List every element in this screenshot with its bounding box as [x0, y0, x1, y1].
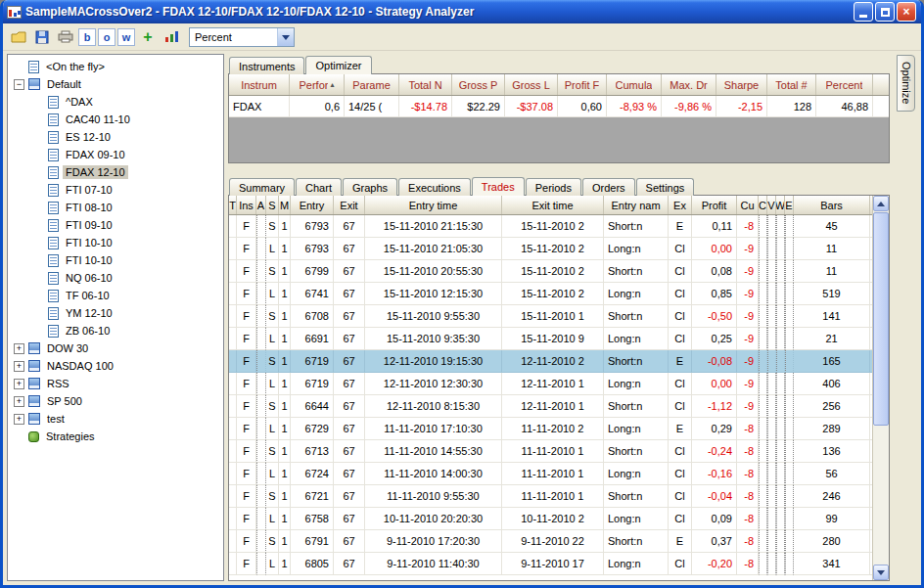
sidebar-item-nq-06-10[interactable]: NQ 06-10	[8, 269, 223, 287]
optimizer-column-instrum[interactable]: Instrum	[229, 74, 290, 95]
new-button[interactable]	[7, 26, 30, 48]
trades-row[interactable]: FL16805679-11-2010 11:40:309-11-2010 17L…	[229, 553, 872, 575]
sidebar-item-fdax-12-10[interactable]: FDAX 12-10	[8, 163, 223, 181]
optimizer-column-cumula[interactable]: Cumula	[607, 74, 662, 95]
print-button[interactable]	[54, 26, 77, 48]
trades-column-entry-nam[interactable]: Entry nam	[604, 196, 669, 214]
sidebar-item-fti-07-10[interactable]: FTI 07-10	[8, 181, 223, 199]
sidebar-item-fti-08-10[interactable]: FTI 08-10	[8, 199, 223, 216]
sidebar-item-fti-10-10[interactable]: FTI 10-10	[8, 234, 223, 251]
trades-column-ins[interactable]: Ins	[237, 196, 256, 214]
sidebar-item-nasdaq-100[interactable]: +NASDAQ 100	[8, 357, 223, 375]
trades-row[interactable]: FS167136711-11-2010 14:55:3011-11-2010 1…	[229, 440, 872, 463]
optimizer-column-profit-f[interactable]: Profit F	[558, 74, 607, 95]
trades-row[interactable]: FS167216711-11-2010 9:55:3011-11-2010 1S…	[229, 485, 872, 508]
trades-row[interactable]: FL167196712-11-2010 12:30:3012-11-2010 1…	[229, 373, 872, 395]
trades-row[interactable]: FL167936715-11-2010 21:05:3015-11-2010 2…	[229, 238, 872, 260]
tab-summary[interactable]: Summary	[229, 178, 295, 196]
chart-button[interactable]	[160, 26, 183, 48]
trades-column-a[interactable]: A	[256, 196, 266, 214]
trades-row[interactable]: FL167296711-11-2010 17:10:3011-11-2010 2…	[229, 418, 872, 440]
trades-row[interactable]: FS167996715-11-2010 20:55:3015-11-2010 2…	[229, 260, 872, 283]
expand-icon[interactable]: +	[14, 379, 24, 389]
optimizer-column-sharpe[interactable]: Sharpe	[716, 74, 767, 95]
window-o-button[interactable]: o	[98, 28, 116, 46]
optimizer-column-parame[interactable]: Parame	[345, 74, 399, 95]
tab-periods[interactable]: Periods	[526, 178, 581, 196]
optimizer-column-perfor[interactable]: Perfor▴	[290, 74, 345, 95]
trades-column-bars[interactable]: Bars	[794, 196, 870, 214]
trades-column-c[interactable]: C	[759, 196, 767, 214]
sidebar-item-es-12-10[interactable]: ES 12-10	[8, 128, 223, 146]
sidebar-item-on-the-fly[interactable]: <On the fly>	[8, 58, 223, 75]
scroll-down-button[interactable]	[873, 565, 889, 580]
trades-row[interactable]: FS166446712-11-2010 8:15:3012-11-2010 1S…	[229, 395, 872, 418]
trades-row[interactable]: FS167936715-11-2010 21:15:3015-11-2010 2…	[229, 215, 872, 238]
minimize-button[interactable]	[854, 2, 873, 22]
tab-orders[interactable]: Orders	[582, 178, 635, 196]
sidebar-item-fdax-09-10[interactable]: FDAX 09-10	[8, 146, 223, 163]
sidebar-item-sp-500[interactable]: +SP 500	[8, 392, 223, 410]
optimizer-column-total-n[interactable]: Total N	[399, 74, 452, 95]
sidebar-item-dow-30[interactable]: +DOW 30	[8, 339, 223, 357]
optimizer-result-row[interactable]: FDAX0,614/25 (-$14.78$22.29-$37.080,60-8…	[229, 96, 889, 117]
trades-column-e[interactable]: E	[785, 196, 794, 214]
tab-trades[interactable]: Trades	[472, 177, 525, 196]
expand-icon[interactable]: +	[14, 414, 24, 425]
trades-column-v[interactable]: V	[767, 196, 776, 214]
trades-row[interactable]: FS16791679-11-2010 17:20:309-11-2010 22S…	[229, 530, 872, 553]
sidebar-item-strategies[interactable]: Strategies	[8, 428, 223, 445]
trades-row[interactable]: FL167586710-11-2010 20:20:3010-11-2010 2…	[229, 508, 872, 530]
add-button[interactable]: +	[136, 26, 160, 48]
optimizer-column-max-dr[interactable]: Max. Dr	[662, 74, 716, 95]
optimizer-column-total[interactable]: Total #	[767, 74, 816, 95]
maximize-button[interactable]	[875, 2, 895, 22]
trades-scrollbar[interactable]	[872, 196, 889, 580]
display-selector[interactable]: Percent	[189, 27, 295, 47]
scroll-up-button[interactable]	[873, 196, 889, 211]
expand-icon[interactable]: +	[14, 396, 24, 407]
tab-executions[interactable]: Executions	[398, 178, 471, 196]
trades-row[interactable]: FL167246711-11-2010 14:00:3011-11-2010 1…	[229, 463, 872, 485]
scrollbar-thumb[interactable]	[873, 212, 889, 426]
trades-row[interactable]: FS167086715-11-2010 9:55:3015-11-2010 1S…	[229, 305, 872, 328]
trades-column-profit[interactable]: Profit	[692, 196, 737, 214]
trades-column-ex[interactable]: Ex	[669, 196, 692, 214]
sidebar-item-tf-06-10[interactable]: TF 06-10	[8, 287, 223, 304]
trades-column-s[interactable]: S	[266, 196, 279, 214]
trades-column-t[interactable]: T	[229, 196, 237, 214]
trades-column-entry-time[interactable]: Entry time	[365, 196, 502, 214]
trades-column-w[interactable]: W	[776, 196, 785, 214]
expand-icon[interactable]: +	[14, 343, 24, 354]
collapse-icon[interactable]: −	[14, 79, 24, 90]
sidebar-item-zb-06-10[interactable]: ZB 06-10	[8, 322, 223, 339]
sidebar-item-default[interactable]: −Default	[8, 75, 223, 93]
sidebar-item-rss[interactable]: +RSS	[8, 375, 223, 392]
trades-row[interactable]: FS167196712-11-2010 19:15:3012-11-2010 2…	[229, 350, 872, 373]
sidebar-item-test[interactable]: +test	[8, 410, 223, 428]
trades-column-exit-time[interactable]: Exit time	[502, 196, 604, 214]
window-w-button[interactable]: w	[117, 28, 135, 46]
tab-settings[interactable]: Settings	[636, 178, 695, 196]
trades-column-exit[interactable]: Exit	[334, 196, 365, 214]
sidebar-item-cac40-11-10[interactable]: CAC40 11-10	[8, 111, 223, 128]
sidebar-item-fti-10-10[interactable]: FTI 10-10	[8, 251, 223, 269]
optimizer-column-percent[interactable]: Percent	[816, 74, 873, 95]
optimize-side-tab[interactable]: Optimize	[897, 55, 915, 112]
sidebar-item-dax[interactable]: ^DAX	[8, 93, 223, 111]
trades-column-cu[interactable]: Cu	[737, 196, 759, 214]
window-b-button[interactable]: b	[78, 28, 96, 46]
sidebar-item-ym-12-10[interactable]: YM 12-10	[8, 304, 223, 322]
optimizer-column-gross-l[interactable]: Gross L	[505, 74, 558, 95]
trades-column-entry[interactable]: Entry	[291, 196, 334, 214]
tab-graphs[interactable]: Graphs	[343, 178, 397, 196]
tab-instruments[interactable]: Instruments	[229, 57, 304, 74]
optimizer-column-gross-p[interactable]: Gross P	[452, 74, 505, 95]
trades-row[interactable]: FL167416715-11-2010 12:15:3015-11-2010 2…	[229, 283, 872, 305]
expand-icon[interactable]: +	[14, 361, 24, 372]
title-bar[interactable]: SampleMACrossOver2 - FDAX 12-10/FDAX 12-…	[3, 0, 921, 23]
chevron-down-icon[interactable]	[277, 28, 294, 46]
save-button[interactable]	[30, 26, 54, 48]
trades-row[interactable]: FL166916715-11-2010 9:35:3015-11-2010 9L…	[229, 328, 872, 350]
tab-optimizer[interactable]: Optimizer	[305, 56, 371, 74]
